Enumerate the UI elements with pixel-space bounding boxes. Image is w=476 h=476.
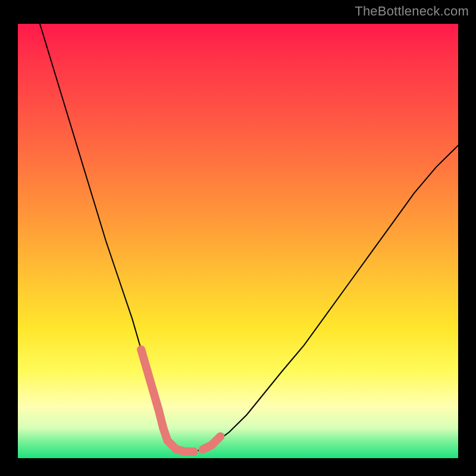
watermark-text: TheBottleneck.com: [355, 4, 469, 19]
highlight-right-ascent: [203, 437, 221, 450]
curve-overlay: [18, 24, 458, 458]
plot-area: [18, 24, 458, 458]
highlight-left-descent: [141, 350, 163, 428]
bottleneck-curve: [40, 24, 458, 452]
chart-frame: TheBottleneck.com: [0, 0, 476, 476]
highlight-bottom: [163, 428, 194, 452]
